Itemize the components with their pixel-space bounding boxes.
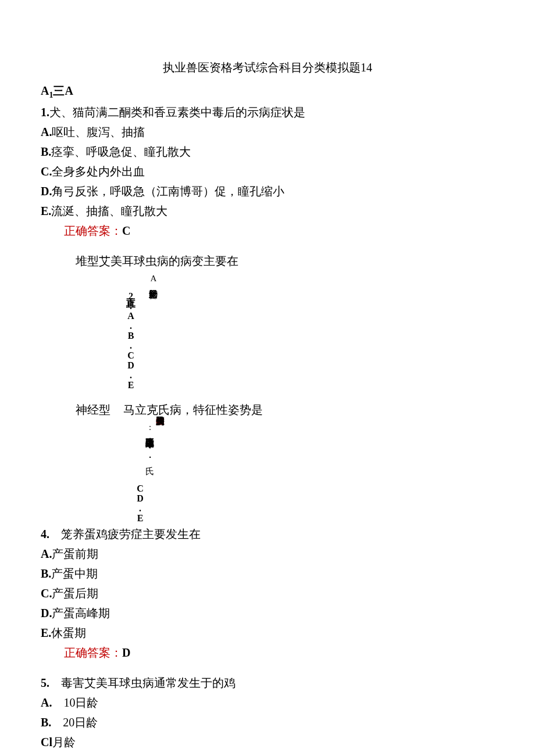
option-text: 流涎、抽搐、瞳孔散大 [51,205,167,217]
option-letter: D. [41,607,52,619]
q1-number: 1. [41,106,49,119]
q5-stem: 5. 毒害艾美耳球虫病通常发生于的鸡 [41,673,494,692]
option-text: 呕吐、腹泻、抽搐 [52,126,145,138]
option-text: 产蛋前期 [52,547,98,560]
option-text: 产蛋中期 [51,567,98,580]
option-letter: E. [41,205,51,217]
option-letter: B. [41,716,63,729]
q5-option-a: A. 10日龄 [41,693,494,712]
section-suffix: 三A [53,84,73,97]
option-text: 休蛋期 [51,626,86,639]
q1-answer: 正确答案：C [64,221,494,240]
q5-text: 毒害艾美耳球虫病通常发生于的鸡 [61,676,236,689]
option-letter: E. [41,626,51,639]
q2-stem: 堆型艾美耳球虫病的病变主要在 [76,252,494,270]
q2-vcol2: 直正2.A.B.CD.E [123,291,138,390]
q4-text: 笼养蛋鸡疲劳症主要发生在 [61,528,201,540]
option-text: 10日龄 [63,696,98,709]
option-letter: A. [41,126,52,138]
exam-title: 执业兽医资格考试综合科目分类模拟题14 [41,58,494,77]
v-part: :确大角摇缩 [145,422,155,432]
option-letter: C. [41,165,52,178]
q2-vcol1: A肠肠肠好十大结盲 [147,274,160,283]
q1-option-b: B.痉挛、呼吸急促、瞳孔散大 [41,142,494,161]
q3-vertical: 的张舞叉反答劈弓头颈脚 :确大角摇缩跛正工.V.氏 CD.E. [116,422,494,521]
q3-stem-left: 神经型 [76,403,110,416]
option-text: 产蛋高峰期 [52,607,110,619]
q4-option-e: E.休蛋期 [41,624,494,642]
option-text: 产蛋后期 [52,587,98,600]
option-text: 痉挛、呼吸急促、瞳孔散大 [51,145,191,158]
q4-option-b: B.产蛋中期 [41,564,494,583]
q4-number: 4. [41,528,49,540]
option-letter: B. [41,567,51,580]
q3-vcol3: CD.E. [133,483,148,533]
q1-stem: 1.犬、猫苘满二酮类和香豆素类中毒后的示病症状是 [41,103,494,121]
q1-text: 犬、猫苘满二酮类和香豆素类中毒后的示病症状是 [49,106,305,119]
q2-vertical: A肠肠肠好十大结盲 直正2.A.B.CD.E [116,274,494,390]
q5-option-c: Cl月龄 [41,733,494,751]
section-label: A1三A [41,81,494,102]
option-text: 20日龄 [63,716,98,729]
q4-option-a: A.产蛋前期 [41,544,494,563]
option-letter: Cl [41,736,52,748]
option-letter: D. [41,185,52,198]
answer-label: 正确答案： [64,224,122,237]
q1-option-e: E.流涎、抽搐、瞳孔散大 [41,202,494,220]
q1-option-d: D.角弓反张，呼吸急（江南博哥）促，瞳孔缩小 [41,182,494,200]
option-text: 全身多处内外出血 [52,165,145,178]
q2-block: 堆型艾美耳球虫病的病变主要在 A肠肠肠好十大结盲 直正2.A.B.CD.E [41,252,494,390]
q3-block: 神经型马立克氏病，特征性姿势是 的张舞叉反答劈弓头颈脚 :确大角摇缩跛正工.V.… [41,400,494,521]
q1-option-a: A.呕吐、腹泻、抽搐 [41,123,494,141]
q4-option-d: D.产蛋高峰期 [41,604,494,622]
section-prefix: A [41,84,49,97]
q4-answer: 正确答案：D [64,643,494,662]
option-text: 月龄 [52,736,76,748]
q5-number: 5. [41,676,49,689]
option-text: 角弓反张，呼吸急（江南博哥）促，瞳孔缩小 [52,185,284,198]
q3-vcol2: :确大角摇缩跛正工.V.氏 [143,422,157,460]
q4-stem: 4. 笼养蛋鸡疲劳症主要发生在 [41,525,494,543]
q3-stem: 神经型马立克氏病，特征性姿势是 [76,400,494,419]
option-letter: C. [41,587,52,600]
q1-option-c: C.全身多处内外出血 [41,162,494,181]
q5-option-b: B. 20日龄 [41,713,494,732]
answer-label: 正确答案： [64,646,122,659]
answer-letter: C [122,224,130,237]
option-letter: A. [41,547,52,560]
v-part: 跛正工.V. [145,432,155,460]
q3-stem-right: 马立克氏病，特征性姿势是 [123,403,263,416]
q4-option-c: C.产蛋后期 [41,584,494,603]
answer-letter: D [122,646,130,659]
option-letter: A. [41,696,63,709]
option-letter: B. [41,145,51,158]
